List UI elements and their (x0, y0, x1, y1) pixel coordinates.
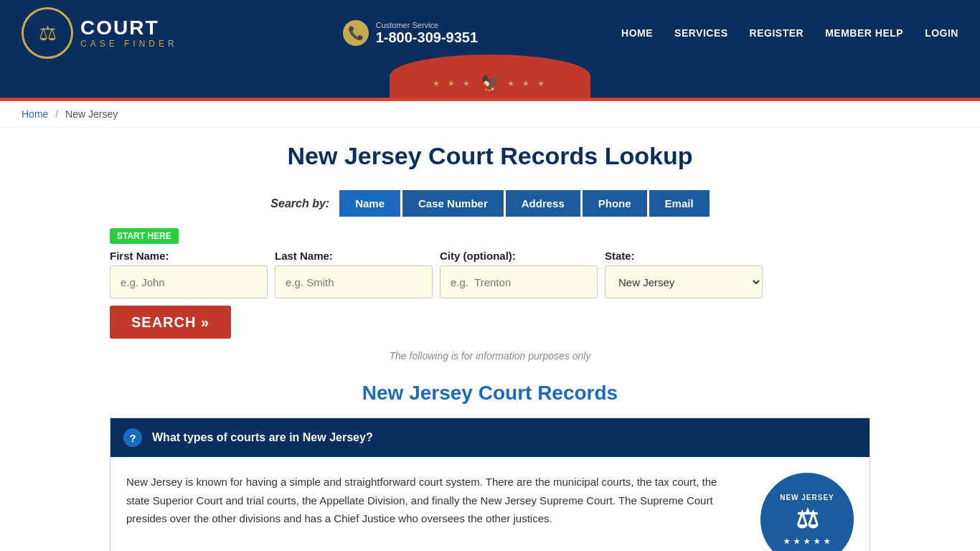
eagle-banner: ★ ★ ★ 🦅 ★ ★ ★ (0, 66, 980, 98)
faq-icon: ? (123, 428, 142, 447)
logo-subtitle: CASE FINDER (80, 39, 178, 49)
nav-services[interactable]: SERVICES (674, 27, 728, 39)
search-button[interactable]: SEARCH » (110, 306, 231, 339)
nav-home[interactable]: HOME (621, 27, 653, 39)
first-name-label: First Name: (110, 250, 268, 262)
stars-left: ★ ★ ★ (433, 79, 473, 88)
logo-court: COURT (80, 17, 178, 39)
section-title: New Jersey Court Records (110, 382, 870, 405)
faq-answer: New Jersey is known for having a simple … (126, 473, 743, 528)
main-nav: HOME SERVICES REGISTER MEMBER HELP LOGIN (621, 27, 958, 39)
info-note: The following is for information purpose… (110, 350, 870, 362)
nj-seal: NEW JERSEY ⚖ ★ ★ ★ ★ ★ (760, 473, 854, 551)
faq-body: New Jersey is known for having a simple … (110, 457, 870, 551)
logo-icon: ⚖ (22, 7, 73, 59)
tab-phone[interactable]: Phone (583, 190, 647, 217)
seal-text-top: NEW JERSEY (780, 494, 834, 501)
search-form: First Name: Last Name: City (optional): … (110, 250, 870, 339)
tab-email[interactable]: Email (649, 190, 710, 217)
customer-service-label: Customer Service (376, 21, 478, 29)
state-group: State: New Jersey Alabama Alaska Arizona… (605, 250, 763, 298)
last-name-group: Last Name: (275, 250, 433, 298)
tab-address[interactable]: Address (506, 190, 580, 217)
logo-text: COURT CASE FINDER (80, 17, 178, 49)
state-label: State: (605, 250, 763, 262)
logo-area: ⚖ COURT CASE FINDER (22, 7, 178, 59)
breadcrumb-separator: / (55, 108, 58, 120)
nav-member-help[interactable]: MEMBER HELP (825, 27, 903, 39)
customer-service: 📞 Customer Service 1-800-309-9351 (343, 20, 478, 46)
stars-right: ★ ★ ★ (507, 79, 547, 88)
first-name-input[interactable] (110, 265, 268, 298)
last-name-label: Last Name: (275, 250, 433, 262)
customer-service-phone: 1-800-309-9351 (376, 29, 478, 46)
phone-icon: 📞 (343, 20, 369, 46)
search-by-row: Search by: Name Case Number Address Phon… (110, 190, 870, 217)
state-select[interactable]: New Jersey Alabama Alaska Arizona Arkans… (605, 265, 763, 298)
tab-case-number[interactable]: Case Number (402, 190, 504, 217)
tab-name[interactable]: Name (339, 190, 400, 217)
first-name-group: First Name: (110, 250, 268, 298)
last-name-input[interactable] (275, 265, 433, 298)
city-label: City (optional): (440, 250, 598, 262)
search-by-label: Search by: (270, 197, 329, 210)
breadcrumb-current: New Jersey (65, 108, 118, 120)
page-title: New Jersey Court Records Lookup (110, 142, 870, 170)
faq-item: ? What types of courts are in New Jersey… (110, 418, 870, 551)
start-here-badge: START HERE (110, 228, 179, 244)
city-group: City (optional): (440, 250, 598, 298)
breadcrumb: Home / New Jersey (0, 101, 980, 128)
nav-register[interactable]: REGISTER (750, 27, 804, 39)
breadcrumb-home[interactable]: Home (22, 108, 48, 120)
faq-header[interactable]: ? What types of courts are in New Jersey… (110, 418, 870, 457)
search-section: Search by: Name Case Number Address Phon… (110, 190, 870, 362)
seal-icon: ⚖ (796, 504, 819, 534)
main-content: New Jersey Court Records Lookup Search b… (95, 128, 885, 551)
seal-stars: ★ ★ ★ ★ ★ (783, 537, 830, 545)
nav-login[interactable]: LOGIN (925, 27, 958, 39)
eagle-symbol: 🦅 (481, 74, 500, 93)
faq-question: What types of courts are in New Jersey? (152, 431, 373, 444)
city-input[interactable] (440, 265, 598, 298)
